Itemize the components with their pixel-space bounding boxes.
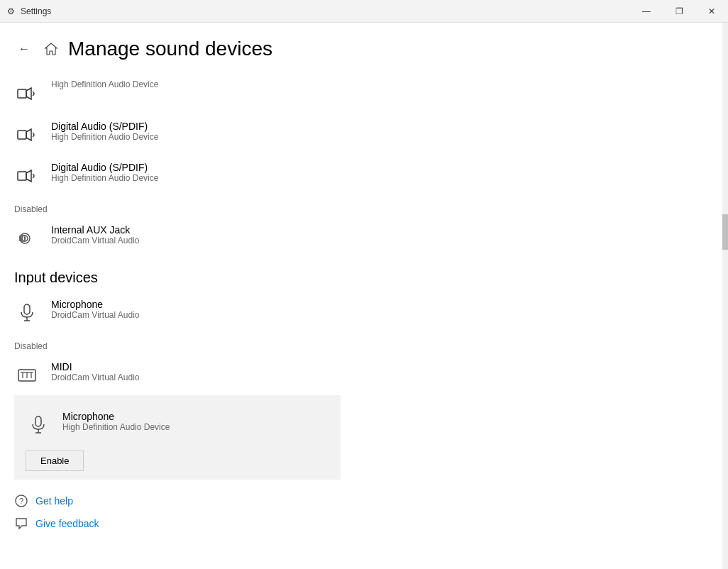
svg-rect-4 [18,172,26,180]
minimize-button[interactable]: — [630,0,663,23]
title-bar-left: ⚙ Settings [7,6,51,16]
output-device-name-2: Digital Audio (S/PDIF) [51,162,158,173]
audio-output-icon [14,81,40,106]
output-device-name-1: Digital Audio (S/PDIF) [51,121,158,132]
input-disabled-device-info-midi: MIDI DroidCam Virtual Audio [51,361,140,382]
svg-rect-0 [18,89,26,98]
svg-marker-5 [26,170,31,182]
page-header: ← Manage sound devices [0,23,722,72]
title-bar: ⚙ Settings — ❐ ✕ [0,0,728,23]
input-section-title: Input devices [14,258,708,292]
svg-rect-21 [35,416,41,426]
close-button[interactable]: ✕ [695,0,728,23]
input-disabled-device-name-midi: MIDI [51,361,140,372]
get-help-link[interactable]: ? Get help [14,494,708,508]
give-feedback-link[interactable]: Give feedback [14,516,708,531]
partial-device-item: High Definition Audio Device [14,72,708,114]
selected-device-name: Microphone [62,411,170,422]
settings-icon: ⚙ [7,6,15,16]
output-disabled-label: Disabled [14,196,708,217]
svg-rect-2 [18,131,26,139]
output-device-info-1: Digital Audio (S/PDIF) High Definition A… [51,121,158,142]
input-device-item-1[interactable]: Microphone DroidCam Virtual Audio [14,292,708,333]
back-button[interactable]: ← [14,39,34,59]
input-device-name-1: Microphone [51,299,140,310]
window-title: Settings [21,6,51,16]
output-device-info-2: Digital Audio (S/PDIF) High Definition A… [51,162,158,183]
content-pane: ← Manage sound devices [0,23,722,569]
audio-output-icon-2 [14,163,40,189]
output-disabled-device-name-1: Internal AUX Jack [51,224,140,236]
midi-icon [14,363,40,388]
output-disabled-device-sub-1: DroidCam Virtual Audio [51,236,140,245]
output-disabled-device-item-1[interactable]: Internal AUX Jack DroidCam Virtual Audio [14,217,708,258]
output-disabled-device-info-1: Internal AUX Jack DroidCam Virtual Audio [51,224,140,245]
input-device-info-1: Microphone DroidCam Virtual Audio [51,299,140,320]
svg-marker-1 [26,88,31,99]
selected-device-info: Microphone High Definition Audio Device [62,411,170,432]
audio-output-icon-1 [14,122,40,148]
svg-rect-11 [24,304,30,314]
output-device-item-2[interactable]: Digital Audio (S/PDIF) High Definition A… [14,155,708,196]
svg-point-9 [24,237,26,239]
selected-device-item: Microphone High Definition Audio Device [26,404,329,445]
output-device-item-1[interactable]: Digital Audio (S/PDIF) High Definition A… [14,114,708,155]
get-help-label: Get help [35,495,73,507]
home-icon [44,42,58,56]
scrollbar-track[interactable] [722,23,728,569]
enable-button[interactable]: Enable [26,451,84,471]
svg-text:?: ? [19,497,23,505]
input-disabled-device-sub-midi: DroidCam Virtual Audio [51,372,140,382]
selected-device-sub: High Definition Audio Device [62,422,170,432]
input-device-sub-1: DroidCam Virtual Audio [51,310,140,320]
main-content: ← Manage sound devices [0,23,728,569]
give-feedback-label: Give feedback [35,518,99,529]
partial-device-info: High Definition Audio Device [51,79,158,89]
input-disabled-label: Disabled [14,333,708,354]
scrollbar-thumb[interactable] [722,214,728,250]
section-content: High Definition Audio Device Digital Aud… [0,72,722,480]
svg-marker-3 [26,129,31,140]
give-feedback-icon [14,516,28,531]
speaker-icon [14,226,40,251]
partial-device-sub: High Definition Audio Device [51,79,158,89]
input-disabled-device-item-midi[interactable]: MIDI DroidCam Virtual Audio [14,354,708,395]
title-bar-controls: — ❐ ✕ [630,0,728,23]
page-title: Manage sound devices [68,37,272,61]
microphone-icon-1 [14,300,40,326]
selected-device-block[interactable]: Microphone High Definition Audio Device … [14,395,341,480]
maximize-button[interactable]: ❐ [663,0,695,23]
bottom-links: ? Get help Give feedback [0,480,722,545]
microphone-icon-selected [26,412,51,438]
output-device-sub-1: High Definition Audio Device [51,132,158,142]
get-help-icon: ? [14,494,28,508]
output-device-sub-2: High Definition Audio Device [51,173,158,183]
